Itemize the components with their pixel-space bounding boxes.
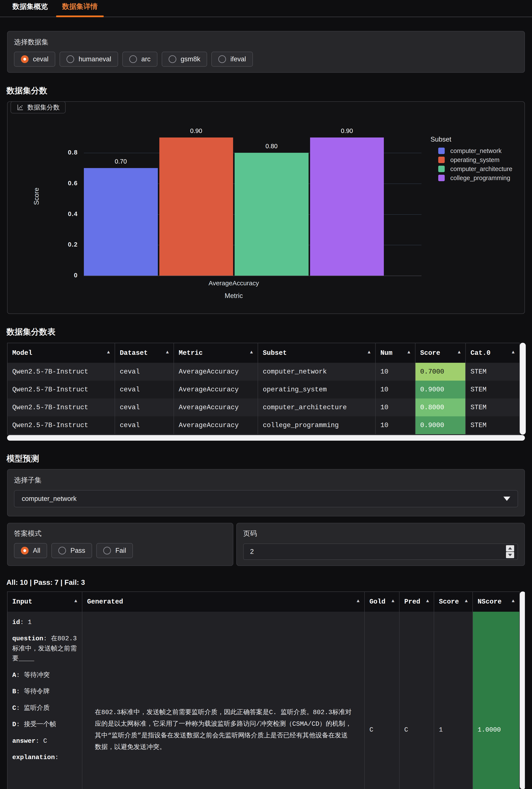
chevron-down-icon [504, 497, 510, 501]
input-field-option-a: A: 等待冲突 [12, 670, 77, 680]
arrow-down-icon [508, 554, 512, 556]
legend-item-operating-system[interactable]: operating_system [431, 155, 512, 164]
vertical-scrollbar[interactable] [520, 343, 526, 435]
spinner-up-button[interactable] [506, 545, 514, 551]
bar-value-label: 0.80 [266, 143, 278, 150]
table-row: Qwen2.5-7B-Instruct ceval AverageAccurac… [7, 363, 519, 381]
legend-swatch-icon [438, 157, 445, 163]
radio-label: Pass [70, 547, 85, 554]
page-number-label: 页码 [243, 529, 518, 538]
cell-score: 0.7000 [415, 363, 466, 381]
legend-label: college_programming [450, 175, 510, 182]
column-header-nscore[interactable]: NScore▲ [473, 592, 519, 611]
sort-asc-icon: ▲ [407, 348, 410, 357]
subset-selector-label: 选择子集 [14, 476, 518, 485]
radio-ceval[interactable]: ceval [14, 52, 55, 67]
radio-label: humaneval [78, 55, 111, 63]
score-table-heading: 数据集分数表 [6, 326, 532, 337]
cell-metric: AverageAccuracy [174, 381, 258, 399]
column-header-generated[interactable]: Generated▲ [82, 592, 364, 611]
radio-circle-icon [218, 55, 226, 63]
radio-all[interactable]: All [14, 543, 47, 558]
horizontal-scrollbar[interactable] [7, 435, 525, 441]
radio-gsm8k[interactable]: gsm8k [162, 52, 207, 67]
cell-subset: computer_network [258, 363, 376, 381]
cell-subset: college_programming [258, 416, 376, 435]
vertical-scrollbar[interactable] [520, 591, 525, 789]
radio-ifeval[interactable]: ifeval [211, 52, 253, 67]
dataset-radio-group: ceval humaneval arc gsm8k ifeval [14, 52, 518, 67]
page-number-value: 2 [250, 548, 254, 555]
legend-swatch-icon [438, 166, 445, 172]
sort-asc-icon: ▲ [107, 348, 110, 357]
radio-circle-icon [129, 55, 137, 63]
radio-label: ifeval [230, 55, 246, 63]
cell-score: 0.8000 [415, 399, 466, 416]
cell-generated: 在802.3标准中，发送帧之前需要监听介质，因此正确答案是C. 监听介质。802… [82, 612, 364, 789]
radio-fail[interactable]: Fail [96, 543, 133, 558]
bar-computer-network: 0.70 [84, 168, 158, 276]
column-header-gold[interactable]: Gold▲ [364, 592, 399, 611]
radio-label: Fail [115, 547, 126, 554]
sort-asc-icon: ▲ [74, 597, 77, 606]
legend-swatch-icon [438, 148, 445, 154]
legend-item-college-programming[interactable]: college_programming [431, 173, 512, 182]
column-header-model[interactable]: Model▲ [7, 343, 115, 363]
radio-pass[interactable]: Pass [51, 543, 92, 558]
spinner-down-button[interactable] [506, 552, 514, 558]
cell-pred: C [399, 612, 434, 789]
score-table: Model▲ Dataset▲ Metric▲ Subset▲ Num▲ Sco… [7, 343, 520, 435]
column-header-cat0[interactable]: Cat.0▲ [466, 343, 519, 363]
legend-item-computer-architecture[interactable]: computer_architecture [431, 164, 512, 173]
table-row: Qwen2.5-7B-Instruct ceval AverageAccurac… [7, 381, 519, 399]
cell-nscore: 1.0000 [473, 612, 519, 789]
legend-label: operating_system [450, 157, 499, 164]
cell-metric: AverageAccuracy [174, 363, 258, 381]
app-page: 数据集概览 数据集详情 选择数据集 ceval humaneval arc gs… [0, 0, 532, 789]
sort-asc-icon: ▲ [166, 348, 169, 357]
subset-dropdown[interactable]: computer_network [14, 490, 518, 507]
cell-model: Qwen2.5-7B-Instruct [7, 381, 115, 399]
subset-dropdown-value: computer_network [22, 495, 77, 502]
legend-label: computer_network [450, 147, 502, 154]
chart-panel-label-text: 数据集分数 [27, 103, 60, 112]
column-header-score[interactable]: Score▲ [434, 592, 473, 611]
table-row: Qwen2.5-7B-Instruct ceval AverageAccurac… [7, 416, 519, 435]
scores-section-heading: 数据集分数 [6, 85, 532, 96]
cell-subset: computer_architecture [258, 399, 376, 416]
tab-dataset-detail[interactable]: 数据集详情 [56, 2, 103, 17]
column-header-subset[interactable]: Subset▲ [258, 343, 376, 363]
bar-college-programming: 0.90 [310, 137, 384, 276]
predictions-controls-row: 答案模式 All Pass Fail 页码 2 [7, 523, 525, 566]
cell-dataset: ceval [115, 416, 174, 435]
sort-asc-icon: ▲ [368, 348, 370, 357]
table-row: Qwen2.5-7B-Instruct ceval AverageAccurac… [7, 399, 519, 416]
sort-asc-icon: ▲ [512, 597, 515, 606]
radio-humaneval[interactable]: humaneval [60, 52, 118, 67]
page-number-input[interactable]: 2 [243, 544, 518, 560]
tab-dataset-overview[interactable]: 数据集概览 [6, 2, 54, 17]
radio-label: All [33, 547, 40, 554]
chart-panel-label: 数据集分数 [11, 102, 65, 113]
cell-gold: C [364, 612, 399, 789]
column-header-score[interactable]: Score▲ [415, 343, 466, 363]
cell-num: 10 [376, 363, 415, 381]
column-header-dataset[interactable]: Dataset▲ [115, 343, 174, 363]
cell-metric: AverageAccuracy [174, 399, 258, 416]
x-tick-label: AverageAccuracy [209, 279, 259, 287]
chart-legend: Subset computer_network operating_system… [431, 135, 512, 182]
column-header-pred[interactable]: Pred▲ [399, 592, 434, 611]
bar-operating-system: 0.90 [159, 137, 233, 276]
cell-dataset: ceval [115, 381, 174, 399]
legend-title: Subset [431, 135, 512, 143]
radio-arc[interactable]: arc [122, 52, 157, 67]
column-header-num[interactable]: Num▲ [376, 343, 415, 363]
bar-value-label: 0.70 [115, 158, 127, 165]
predictions-heading: 模型预测 [6, 453, 532, 464]
column-header-metric[interactable]: Metric▲ [174, 343, 258, 363]
column-header-input[interactable]: Input▲ [7, 592, 82, 611]
scatter-chart-icon [17, 104, 24, 111]
pass-fail-summary: All: 10 | Pass: 7 | Fail: 3 [6, 579, 532, 587]
legend-item-computer-network[interactable]: computer_network [431, 146, 512, 155]
cell-input: id: 1 question: 在802.3标准中，发送帧之前需要____ A:… [7, 612, 82, 789]
